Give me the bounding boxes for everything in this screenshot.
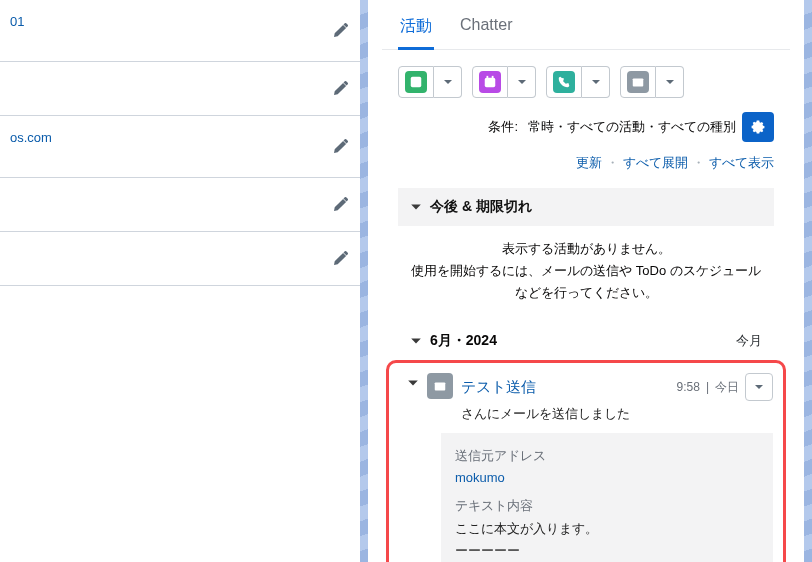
text-body-sep: ーーーーー — [455, 540, 759, 562]
send-email-button[interactable] — [620, 66, 656, 98]
month-section-header[interactable]: 6月・2024 今月 — [398, 322, 774, 360]
calendar-icon — [479, 71, 501, 93]
activity-title-link[interactable]: テスト送信 — [461, 378, 536, 397]
activity-action-row — [382, 50, 790, 112]
call-dropdown-caret[interactable] — [582, 66, 610, 98]
pencil-icon[interactable] — [332, 139, 348, 155]
detail-field-row — [0, 62, 360, 116]
pencil-icon[interactable] — [332, 23, 348, 39]
from-address-label: 送信元アドレス — [455, 445, 759, 467]
empty-line-2: 使用を開始するには、メールの送信や ToDo のスケジュールなどを行ってください… — [406, 260, 766, 304]
activity-menu-button[interactable] — [745, 373, 773, 401]
filter-prefix: 条件: — [488, 118, 518, 136]
gear-icon — [750, 119, 766, 135]
task-icon — [405, 71, 427, 93]
month-label: 6月・2024 — [430, 332, 497, 350]
filter-settings-button[interactable] — [742, 112, 774, 142]
pencil-icon[interactable] — [332, 251, 348, 267]
dot-separator: ・ — [606, 154, 619, 172]
pipe-separator: | — [706, 380, 709, 394]
pencil-icon[interactable] — [332, 81, 348, 97]
dot-separator: ・ — [692, 154, 705, 172]
activity-subtitle: さんにメールを送信しました — [461, 405, 773, 423]
empty-state: 表示する活動がありません。 使用を開始するには、メールの送信や ToDo のスケ… — [382, 236, 790, 322]
activity-time: 9:58 | 今日 — [677, 373, 773, 401]
chevron-down-icon — [410, 335, 422, 347]
activity-panel: 活動 Chatter — [382, 0, 790, 562]
email-icon — [627, 71, 649, 93]
email-icon — [427, 373, 453, 399]
show-all-link[interactable]: すべて表示 — [709, 154, 774, 172]
email-dropdown-caret[interactable] — [656, 66, 684, 98]
activity-link-row: 更新 ・ すべて展開 ・ すべて表示 — [382, 146, 790, 188]
tab-chatter[interactable]: Chatter — [458, 10, 514, 50]
activity-expanded-body: 送信元アドレス mokumo テキスト内容 ここに本文が入ります。 ーーーーー … — [441, 433, 773, 562]
tab-activity[interactable]: 活動 — [398, 10, 434, 50]
chevron-down-icon[interactable] — [407, 377, 419, 389]
chevron-down-icon — [410, 201, 422, 213]
filter-line: 条件: 常時・すべての活動・すべての種別 — [382, 112, 790, 146]
refresh-link[interactable]: 更新 — [576, 154, 602, 172]
highlighted-activity-item: テスト送信 9:58 | 今日 さんにメールを送信しました — [386, 360, 786, 562]
record-detail-panel: 01 os.com — [0, 0, 360, 562]
activity-day: 今日 — [715, 379, 739, 396]
from-address-link[interactable]: mokumo — [455, 467, 759, 489]
svg-rect-1 — [485, 78, 496, 88]
new-event-button[interactable] — [472, 66, 508, 98]
pencil-icon[interactable] — [332, 197, 348, 213]
detail-field-row: 01 — [0, 0, 360, 62]
upcoming-title: 今後 & 期限切れ — [430, 198, 532, 216]
empty-line-1: 表示する活動がありません。 — [406, 238, 766, 260]
chevron-down-icon — [754, 382, 764, 392]
field-value-link[interactable]: 01 — [10, 14, 24, 29]
text-content-label: テキスト内容 — [455, 495, 759, 517]
expand-all-link[interactable]: すべて展開 — [623, 154, 688, 172]
phone-icon — [553, 71, 575, 93]
task-dropdown-caret[interactable] — [434, 66, 462, 98]
new-task-button[interactable] — [398, 66, 434, 98]
field-value-link[interactable]: os.com — [10, 130, 52, 145]
svg-rect-2 — [487, 76, 489, 79]
event-dropdown-caret[interactable] — [508, 66, 536, 98]
detail-field-row — [0, 232, 360, 286]
month-badge: 今月 — [736, 332, 762, 350]
detail-field-row — [0, 178, 360, 232]
activity-tabs: 活動 Chatter — [382, 6, 790, 50]
log-call-button[interactable] — [546, 66, 582, 98]
upcoming-section-header[interactable]: 今後 & 期限切れ — [398, 188, 774, 226]
detail-field-row: os.com — [0, 116, 360, 178]
text-body-1: ここに本文が入ります。 — [455, 518, 759, 540]
filter-value: 常時・すべての活動・すべての種別 — [528, 118, 736, 136]
svg-rect-3 — [492, 76, 494, 79]
activity-time-value: 9:58 — [677, 380, 700, 394]
